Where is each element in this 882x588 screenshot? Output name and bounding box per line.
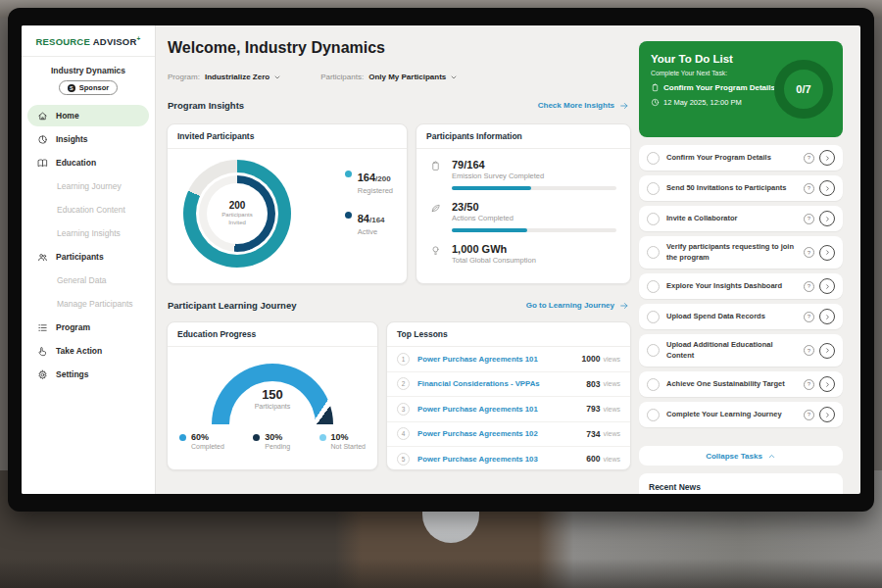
lesson-link[interactable]: Power Purchase Agreements 102 xyxy=(417,429,586,438)
participants-icon xyxy=(37,252,48,263)
bulb-icon xyxy=(430,245,441,256)
task-open-button[interactable] xyxy=(819,150,835,166)
todo-subtitle: Complete Your Next Task: xyxy=(651,70,778,76)
info-icon[interactable]: ? xyxy=(804,183,814,194)
monitor-bezel: RESOURCE ADVISOR+ Industry Dynamics S Sp… xyxy=(8,8,874,512)
info-icon[interactable]: ? xyxy=(804,410,814,420)
todo-task-row[interactable]: Confirm Your Program Details ? xyxy=(639,145,843,171)
todo-summary-card: Your To Do List Complete Your Next Task:… xyxy=(639,41,843,137)
task-open-button[interactable] xyxy=(819,278,835,294)
task-open-button[interactable] xyxy=(819,211,835,226)
task-checkbox[interactable] xyxy=(647,152,660,165)
task-checkbox[interactable] xyxy=(647,378,660,391)
sidebar-item[interactable]: Manage Participants xyxy=(27,293,149,315)
card-title: Participants Information xyxy=(416,124,630,149)
progress-track xyxy=(452,228,616,232)
task-checkbox[interactable] xyxy=(647,182,660,195)
task-checkbox[interactable] xyxy=(647,280,660,293)
sidebar-item[interactable]: Participants xyxy=(27,246,149,268)
lesson-rank-badge: 4 xyxy=(397,427,410,440)
todo-task-row[interactable]: Verify participants requesting to join t… xyxy=(639,236,843,269)
donut-center-value: 200 xyxy=(229,200,246,211)
info-progress-fill xyxy=(452,228,527,232)
program-select[interactable]: Program: Industrialize Zero xyxy=(168,73,281,81)
task-open-button[interactable] xyxy=(819,309,835,324)
program-insights-title: Program Insights xyxy=(168,100,244,111)
todo-panel: Your To Do List Complete Your Next Task:… xyxy=(635,25,860,494)
sponsor-badge[interactable]: S Sponsor xyxy=(59,80,118,95)
lesson-link[interactable]: Power Purchase Agreements 101 xyxy=(417,405,586,414)
todo-task-row[interactable]: Upload Spend Data Records ? xyxy=(639,304,843,329)
legend-entry: 84/164 Active xyxy=(345,209,393,236)
info-icon[interactable]: ? xyxy=(804,214,814,224)
participants-select[interactable]: Participants: Only My Participants xyxy=(320,73,458,81)
sidebar-item[interactable]: General Data xyxy=(27,270,149,291)
task-checkbox[interactable] xyxy=(647,246,660,259)
recent-news-title: Recent News xyxy=(639,473,843,494)
lesson-row[interactable]: 5 Power Purchase Agreements 103 600 view… xyxy=(387,447,630,471)
participants-label: Participants: xyxy=(320,73,364,81)
go-to-learning-journey-link[interactable]: Go to Learning Journey xyxy=(526,301,629,311)
clipboard-icon xyxy=(430,161,441,172)
todo-task-row[interactable]: Achieve One Sustainability Target ? xyxy=(639,371,843,397)
sidebar-item[interactable]: Learning Insights xyxy=(27,222,149,244)
sidebar-item[interactable]: Settings xyxy=(27,364,149,385)
lesson-row[interactable]: 1 Power Purchase Agreements 101 1000 vie… xyxy=(387,347,630,372)
sidebar-item[interactable]: Education Content xyxy=(27,199,149,220)
sidebar-item[interactable]: Home xyxy=(27,105,149,126)
lesson-row[interactable]: 4 Power Purchase Agreements 102 734 view… xyxy=(387,422,630,448)
sidebar-nav: Home Insights Education Learning Journey xyxy=(22,105,155,385)
todo-task-row[interactable]: Upload Additional Educational Content ? xyxy=(639,334,843,367)
info-icon[interactable]: ? xyxy=(804,247,814,258)
task-open-button[interactable] xyxy=(819,343,835,359)
sidebar-item[interactable]: Education xyxy=(27,152,149,173)
insights-icon xyxy=(37,134,48,145)
task-checkbox[interactable] xyxy=(647,213,660,225)
info-icon[interactable]: ? xyxy=(804,281,814,292)
todo-progress-ring: 0/7 xyxy=(774,60,833,119)
top-lessons-card: Top Lessons 1 Power Purchase Agreements … xyxy=(386,321,631,470)
task-open-button[interactable] xyxy=(819,180,835,196)
task-checkbox[interactable] xyxy=(647,344,660,357)
sidebar-item-label: Learning Insights xyxy=(57,228,121,238)
todo-task-row[interactable]: Explore Your Insights Dashboard ? xyxy=(639,273,843,299)
sidebar-item-label: Learning Journey xyxy=(57,181,122,191)
info-icon[interactable]: ? xyxy=(804,379,814,390)
card-title: Top Lessons xyxy=(387,322,630,347)
lesson-link[interactable]: Power Purchase Agreements 101 xyxy=(417,355,582,364)
legend-dot xyxy=(253,434,260,441)
clipboard-icon xyxy=(651,83,660,92)
leaf-icon xyxy=(430,203,441,214)
task-open-button[interactable] xyxy=(819,376,835,392)
lesson-link[interactable]: Financial Considerations - VPPAs xyxy=(417,379,586,388)
todo-task-row[interactable]: Send 50 Invitations to Participants ? xyxy=(639,175,843,201)
info-icon[interactable]: ? xyxy=(804,345,814,356)
take-action-icon xyxy=(37,346,48,357)
check-more-insights-link[interactable]: Check More Insights xyxy=(538,101,629,111)
task-open-button[interactable] xyxy=(819,407,835,422)
sidebar-item[interactable]: Insights xyxy=(27,128,149,150)
card-title: Invited Participants xyxy=(168,124,407,149)
brand-logo[interactable]: RESOURCE ADVISOR+ xyxy=(22,25,155,47)
sidebar-item[interactable]: Program xyxy=(27,317,149,338)
task-checkbox[interactable] xyxy=(647,409,660,421)
education-icon xyxy=(37,158,48,169)
sidebar-item[interactable]: Learning Journey xyxy=(27,175,149,197)
todo-task-row[interactable]: Complete Your Learning Journey ? xyxy=(639,402,843,427)
lesson-link[interactable]: Power Purchase Agreements 103 xyxy=(417,455,586,464)
education-gauge-chart: 150 Participants xyxy=(212,364,333,424)
todo-task-row[interactable]: Invite a Collaborator ? xyxy=(639,206,843,231)
info-icon[interactable]: ? xyxy=(804,153,814,164)
task-checkbox[interactable] xyxy=(647,311,660,323)
sidebar-item-label: Settings xyxy=(56,369,89,379)
sidebar-item[interactable]: Take Action xyxy=(27,340,149,362)
divider xyxy=(22,56,155,57)
lesson-row[interactable]: 3 Power Purchase Agreements 101 793 view… xyxy=(387,397,630,422)
task-open-button[interactable] xyxy=(819,245,835,261)
info-icon[interactable]: ? xyxy=(804,312,814,322)
lesson-row[interactable]: 2 Financial Considerations - VPPAs 803 v… xyxy=(387,372,630,398)
education-progress-card: Education Progress 150 Participants 60% … xyxy=(167,321,378,470)
info-progress-fill xyxy=(452,186,531,190)
collapse-tasks-button[interactable]: Collapse Tasks xyxy=(639,446,843,466)
legend-dot xyxy=(319,434,326,441)
